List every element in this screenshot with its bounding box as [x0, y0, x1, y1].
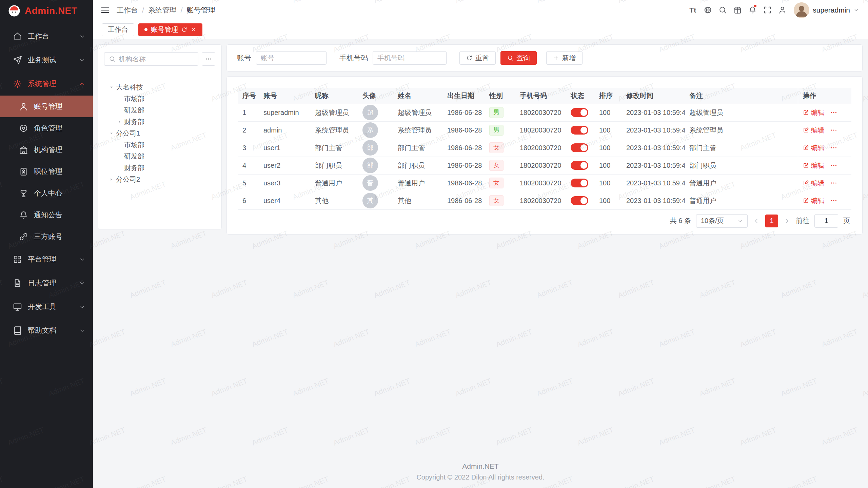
language-icon[interactable]: [700, 4, 715, 17]
row-more-button[interactable]: [830, 162, 837, 169]
cell-order: 100: [599, 109, 610, 116]
sidebar-item-org-management[interactable]: 机构管理: [0, 139, 93, 161]
goto-page-input[interactable]: [814, 214, 838, 228]
sidebar-item-dev-tools[interactable]: 开发工具: [0, 295, 93, 319]
edit-button[interactable]: 编辑: [803, 179, 825, 188]
row-more-button[interactable]: [830, 126, 837, 134]
sidebar-item-third-party-account[interactable]: 三方账号: [0, 226, 93, 247]
current-page-button[interactable]: 1: [765, 215, 778, 227]
row-more-button[interactable]: [830, 179, 837, 187]
status-toggle[interactable]: [571, 143, 588, 152]
sidebar-item-notice-announcement[interactable]: 通知公告: [0, 204, 93, 226]
tree-node[interactable]: 市场部: [104, 139, 215, 150]
tree-node[interactable]: 财务部: [104, 162, 215, 174]
row-more-button[interactable]: [830, 144, 837, 151]
chevron-down-icon: [79, 304, 85, 310]
sidebar-item-position-management[interactable]: 职位管理: [0, 161, 93, 182]
tab-refresh-icon[interactable]: [181, 27, 187, 33]
org-more-button[interactable]: [202, 52, 215, 66]
breadcrumb-item[interactable]: 系统管理: [148, 5, 177, 15]
fullscreen-icon[interactable]: [760, 4, 775, 17]
user-menu[interactable]: superadmin: [794, 2, 859, 18]
search-icon: [507, 55, 513, 61]
tree-expander-icon[interactable]: [109, 177, 114, 182]
breadcrumb-separator: /: [142, 6, 144, 14]
status-toggle[interactable]: [571, 161, 588, 170]
cell-remark: 部门主管: [689, 144, 716, 151]
tree-expander-icon[interactable]: [117, 119, 122, 124]
column-header-account: 账号: [259, 88, 310, 104]
tab-account-management[interactable]: 账号管理: [138, 23, 202, 36]
tree-node[interactable]: 分公司1: [104, 127, 215, 139]
tree-node[interactable]: 大名科技: [104, 81, 215, 93]
sidebar-item-label: 系统管理: [28, 79, 79, 88]
accounts-table: 序号账号昵称头像姓名出生日期性别手机号码状态排序修改时间备注操作 1supera…: [238, 88, 851, 210]
sidebar-item-log-management[interactable]: 日志管理: [0, 271, 93, 295]
reset-button[interactable]: 重置: [459, 51, 496, 65]
app-logo[interactable]: Admin.NET: [0, 0, 93, 22]
row-more-button[interactable]: [830, 197, 837, 204]
prev-page-button[interactable]: [753, 217, 760, 225]
sidebar-item-workbench[interactable]: 工作台: [0, 24, 93, 48]
tree-node-label: 分公司2: [116, 175, 140, 184]
tree-node[interactable]: 财务部: [104, 116, 215, 127]
account-input[interactable]: [261, 54, 322, 62]
user-icon: [19, 102, 28, 111]
edit-button[interactable]: 编辑: [803, 161, 825, 170]
cell-birth: 1986-06-28: [447, 126, 482, 134]
add-button-label: 新增: [562, 54, 576, 63]
tab-close-icon[interactable]: [191, 27, 196, 33]
add-button[interactable]: 新增: [546, 51, 583, 65]
tree-node[interactable]: 研发部: [104, 104, 215, 116]
edit-button[interactable]: 编辑: [803, 143, 825, 152]
query-button-label: 查询: [516, 54, 530, 63]
sidebar-item-help-docs[interactable]: 帮助文档: [0, 319, 93, 342]
phone-input[interactable]: [377, 54, 442, 62]
tree-node[interactable]: 分公司2: [104, 174, 215, 185]
sidebar-item-personal-center[interactable]: 个人中心: [0, 182, 93, 204]
tree-expander-icon[interactable]: [109, 131, 114, 136]
row-more-button[interactable]: [830, 109, 837, 116]
sidebar-item-label: 业务测试: [28, 55, 79, 65]
theme-glyph: [733, 6, 742, 14]
sidebar-item-business-test[interactable]: 业务测试: [0, 48, 93, 72]
edit-button[interactable]: 编辑: [803, 126, 825, 135]
font-size-icon[interactable]: Tt: [685, 4, 700, 17]
theme-icon[interactable]: [730, 4, 745, 17]
search-icon[interactable]: [715, 4, 730, 17]
cell-remark: 超级管理员: [689, 109, 723, 116]
notification-icon[interactable]: [745, 4, 760, 17]
status-toggle[interactable]: [571, 126, 588, 135]
org-search-input[interactable]: [119, 55, 194, 63]
chevron-down-icon: [79, 57, 85, 63]
breadcrumb-item[interactable]: 工作台: [117, 5, 138, 15]
cell-nickname: 部门职员: [315, 162, 342, 169]
next-page-button[interactable]: [783, 217, 791, 225]
breadcrumb-item[interactable]: 账号管理: [187, 5, 215, 15]
status-toggle[interactable]: [571, 196, 588, 205]
edit-button[interactable]: 编辑: [803, 196, 825, 205]
cell-modified: 2023-01-03 10:59:44: [626, 126, 685, 134]
status-toggle[interactable]: [571, 108, 588, 117]
tree-expander-icon[interactable]: [109, 85, 114, 90]
sidebar-item-platform-management[interactable]: 平台管理: [0, 247, 93, 271]
query-button[interactable]: 查询: [500, 51, 537, 65]
cell-modified: 2023-01-03 10:59:44: [626, 179, 685, 187]
cell-no: 6: [242, 197, 246, 204]
edit-icon: [803, 109, 809, 116]
sidebar-item-label: 平台管理: [28, 255, 79, 264]
page-size-select[interactable]: 10条/页: [696, 214, 748, 228]
edit-button[interactable]: 编辑: [803, 108, 825, 117]
org-tree: 大名科技市场部研发部财务部分公司1市场部研发部财务部分公司2: [104, 81, 215, 185]
footer-title: Admin.NET: [462, 462, 498, 470]
row-avatar: 超: [362, 105, 378, 120]
tree-node[interactable]: 研发部: [104, 150, 215, 162]
sidebar-item-role-management[interactable]: 角色管理: [0, 117, 93, 139]
tree-node[interactable]: 市场部: [104, 93, 215, 104]
menu-collapse-icon[interactable]: [100, 5, 110, 15]
profile-icon[interactable]: [775, 4, 790, 17]
sidebar-item-account-management[interactable]: 账号管理: [0, 96, 93, 117]
tab-workbench[interactable]: 工作台: [102, 23, 134, 36]
sidebar-item-system-management[interactable]: 系统管理: [0, 72, 93, 96]
status-toggle[interactable]: [571, 179, 588, 187]
